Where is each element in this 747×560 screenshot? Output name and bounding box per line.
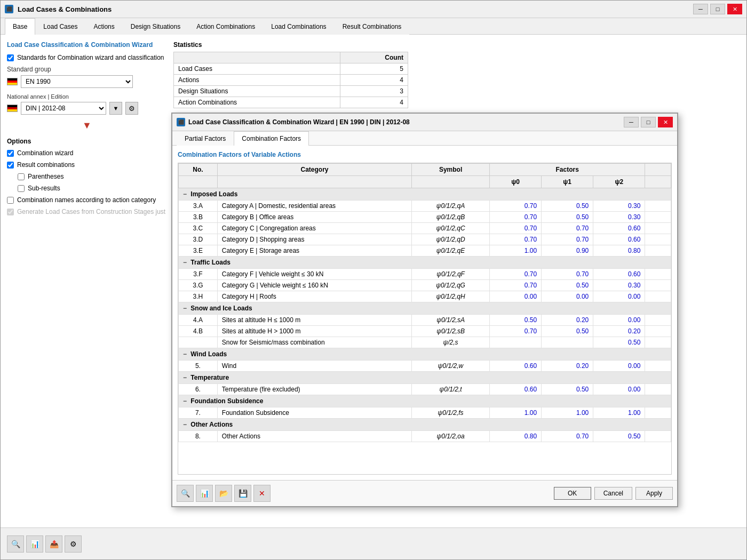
dialog-table-button[interactable]: 📊 — [196, 485, 213, 502]
settings-button[interactable]: ⚙ — [125, 102, 138, 115]
apply-button[interactable]: Apply — [635, 487, 673, 500]
tab-partial-factors[interactable]: Partial Factors — [177, 131, 234, 146]
dialog-minimize-button[interactable]: ─ — [624, 117, 639, 127]
table-row: 3.A Category A | Domestic, residential a… — [179, 201, 671, 212]
stats-load-cases-label: Load Cases — [174, 63, 340, 75]
cell-category: Temperature (fire excluded) — [217, 384, 411, 395]
cell-symbol: ψ0/1/2,qE — [412, 245, 490, 257]
cell-no: 3.E — [179, 245, 218, 257]
standard-group-label: Standard group — [7, 66, 167, 73]
dialog-titlebar: ⬛ Load Case Classification & Combination… — [172, 114, 677, 131]
standards-checkbox[interactable] — [7, 54, 14, 61]
cell-psi1: 0.20 — [542, 315, 593, 326]
cell-no: 8. — [179, 431, 218, 442]
cell-extra — [645, 212, 671, 223]
standard-group-select[interactable]: EN 1990 — [21, 75, 133, 88]
filter-button[interactable]: ▼ — [109, 102, 122, 115]
sub-results-row: Sub-results — [18, 185, 167, 192]
cell-extra — [645, 326, 671, 337]
stats-design-situations-count: 3 — [340, 86, 408, 97]
cell-no: 3.H — [179, 291, 218, 302]
cell-symbol: ψ0/1/2,fs — [412, 407, 490, 419]
cell-psi0: 0.70 — [489, 201, 541, 212]
table-icon-button[interactable]: 📊 — [26, 535, 43, 553]
dialog-content: Combination Factors of Variable Actions … — [172, 146, 677, 480]
statistics-table: Count Load Cases 5 Actions 4 Design Situ… — [173, 52, 408, 108]
cell-psi1: 0.50 — [542, 326, 593, 337]
settings-icon-button[interactable]: ⚙ — [65, 535, 82, 553]
cell-psi2: 0.60 — [593, 269, 645, 280]
dialog-title: Load Case Classification & Combination W… — [188, 118, 621, 126]
stats-design-situations-label: Design Situations — [174, 86, 340, 97]
cell-psi1: 0.50 — [542, 212, 593, 223]
app-icon: ⬛ — [5, 5, 13, 13]
cell-psi1: 0.50 — [542, 201, 593, 212]
group-header-cell: − Other Actions — [179, 419, 671, 431]
cell-psi1: 0.50 — [542, 384, 593, 395]
group-header-cell: − Temperature — [179, 372, 671, 384]
dialog-maximize-button[interactable]: □ — [641, 117, 656, 127]
cell-psi0 — [489, 337, 541, 348]
table-row: Snow for Seismic/mass combination ψ/2,s … — [179, 337, 671, 348]
cell-no: 3.F — [179, 269, 218, 280]
minimize-button[interactable]: ─ — [693, 4, 708, 14]
tab-result-combinations[interactable]: Result Combinations — [335, 18, 410, 35]
combination-wizard-row: Combination wizard — [7, 149, 167, 157]
group-toggle-icon[interactable]: − — [183, 350, 187, 358]
table-row: 7. Foundation Subsidence ψ0/1/2,fs 1.00 … — [179, 407, 671, 419]
cell-symbol: ψ0/1/2,qG — [412, 280, 490, 291]
tab-action-combinations[interactable]: Action Combinations — [188, 18, 263, 35]
tab-load-cases[interactable]: Load Cases — [35, 18, 85, 35]
tab-base[interactable]: Base — [5, 18, 35, 35]
dialog-bottom-icons: 🔍 📊 📂 💾 ✕ — [177, 485, 271, 502]
data-table-wrapper[interactable]: No. Category Symbol Factors ψ0 ψ1 — [178, 163, 672, 475]
group-toggle-icon[interactable]: − — [183, 190, 187, 198]
sub-results-checkbox[interactable] — [18, 185, 25, 192]
dialog-close-button[interactable]: ✕ — [658, 117, 673, 127]
maximize-button[interactable]: □ — [710, 4, 725, 14]
group-toggle-icon[interactable]: − — [183, 421, 187, 428]
parentheses-checkbox[interactable] — [18, 173, 25, 180]
dialog-import-button[interactable]: 📂 — [215, 485, 232, 502]
cell-category: Category F | Vehicle weight ≤ 30 kN — [217, 269, 411, 280]
cell-category: Other Actions — [217, 431, 411, 442]
cell-psi2: 0.30 — [593, 201, 645, 212]
tab-design-situations[interactable]: Design Situations — [123, 18, 188, 35]
table-row: 3.F Category F | Vehicle weight ≤ 30 kN … — [179, 269, 671, 280]
cell-symbol: ψ0/1/2,qH — [412, 291, 490, 302]
col-header-extra — [645, 164, 671, 176]
tab-actions[interactable]: Actions — [85, 18, 122, 35]
cell-psi1: 0.70 — [542, 223, 593, 234]
cell-no: 3.D — [179, 234, 218, 245]
export-icon-button[interactable]: 📤 — [45, 535, 62, 553]
dialog-search-button[interactable]: 🔍 — [177, 485, 194, 502]
cancel-button[interactable]: Cancel — [594, 487, 632, 500]
result-combinations-checkbox[interactable] — [7, 162, 14, 169]
cell-extra — [645, 245, 671, 257]
cell-psi2: 0.30 — [593, 212, 645, 223]
search-icon-button[interactable]: 🔍 — [7, 535, 24, 553]
group-toggle-icon[interactable]: − — [183, 305, 187, 312]
national-annex-select[interactable]: DIN | 2012-08 — [21, 102, 106, 115]
ok-button[interactable]: OK — [554, 487, 591, 500]
table-row: 3.C Category C | Congregation areas ψ0/1… — [179, 223, 671, 234]
cell-category: Category H | Roofs — [217, 291, 411, 302]
dialog-export-button[interactable]: 💾 — [234, 485, 251, 502]
col-header-factors: Factors — [489, 164, 645, 176]
outer-titlebar: ⬛ Load Cases & Combinations ─ □ ✕ — [1, 1, 746, 18]
tab-load-combinations[interactable]: Load Combinations — [263, 18, 334, 35]
tab-combination-factors[interactable]: Combination Factors — [234, 131, 309, 146]
cell-symbol: ψ/2,s — [412, 337, 490, 348]
col-header-psi2: ψ2 — [593, 176, 645, 188]
cell-extra — [645, 291, 671, 302]
sub-results-label: Sub-results — [28, 185, 60, 192]
combination-names-checkbox[interactable] — [7, 197, 14, 204]
combination-wizard-checkbox[interactable] — [7, 150, 14, 157]
cell-psi2: 0.80 — [593, 245, 645, 257]
close-button[interactable]: ✕ — [727, 4, 742, 14]
group-toggle-icon[interactable]: − — [183, 259, 187, 266]
cell-category: Category A | Domestic, residential areas — [217, 201, 411, 212]
group-toggle-icon[interactable]: − — [183, 374, 187, 381]
dialog-delete-button[interactable]: ✕ — [253, 485, 271, 502]
group-toggle-icon[interactable]: − — [183, 397, 187, 405]
